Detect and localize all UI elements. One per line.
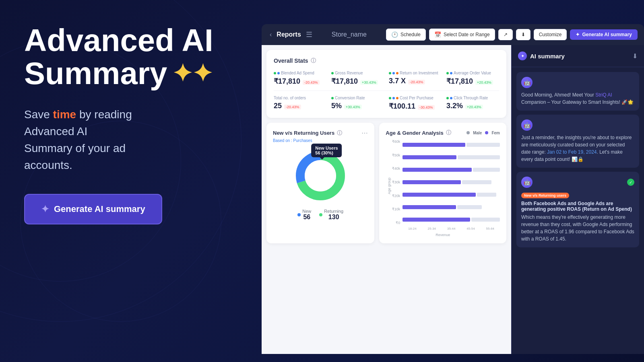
stat-orders: Total no. of orders 25 -20.43%	[274, 96, 326, 111]
stat-label-8: Click Through Rate	[446, 96, 499, 100]
stat-value-4: ₹17,810	[446, 77, 473, 86]
download-icon: ⬇	[521, 32, 525, 37]
ai-btn-icon: ✦	[576, 32, 580, 37]
stat-blended-ad-spend: Blended Ad Spend ₹17,810 -20.43%	[274, 71, 326, 86]
bar-row-2	[402, 152, 500, 163]
back-button[interactable]: ‹	[268, 29, 273, 40]
bar-row-6	[402, 202, 500, 212]
stat-roi: Return on Investment 3.7 X -20.43%	[389, 71, 442, 86]
ai-message-2: 🤖 Just a reminder, the insights you're a…	[516, 115, 639, 168]
dashboard-mockup: ‹ Reports ☰ Store_name 🕐 Schedule 📅 Sele…	[262, 24, 644, 354]
stat-value-1: ₹17,810	[274, 77, 300, 86]
ai-message-1-header: 🤖	[521, 77, 634, 88]
stats-title-text: Overall Stats	[274, 58, 308, 64]
ai-message-bold: Both Facebook Ads and Google Ads are gen…	[521, 201, 634, 212]
stats-info-icon: ⓘ	[311, 57, 316, 64]
customize-label: Customize	[539, 32, 562, 37]
stat-value-5: 25	[274, 102, 282, 110]
date-label: Select Date or Range	[444, 32, 490, 37]
stat-gross-revenue: Gross Revenue ₹17,810 +30.43%	[331, 71, 384, 86]
reports-header: ‹ Reports ☰ Store_name 🕐 Schedule 📅 Sele…	[262, 24, 644, 45]
time-highlight: time	[53, 108, 76, 121]
sparkle-decoration: ✦✦	[172, 61, 213, 86]
bar-gray-7	[471, 218, 500, 222]
generate-ai-summary-button[interactable]: ✦ Generate AI summary	[24, 194, 162, 224]
stats-grid-top: Blended Ad Spend ₹17,810 -20.43% Gross R…	[274, 71, 499, 86]
bar-purple-2	[402, 155, 456, 159]
ai-panel-title: AI summary	[530, 53, 632, 60]
date-range-button[interactable]: 📅 Select Date or Range	[429, 29, 495, 41]
stat-value-2: ₹17,810	[331, 77, 358, 86]
stat-label-2: Gross Revenue	[331, 71, 384, 75]
export-icon: ↗	[504, 32, 508, 37]
bar-chart-area: Age group ₹60k ₹50k ₹40k ₹30k ₹20k ₹10k …	[386, 140, 500, 232]
donut-info-icon: ⓘ	[337, 130, 342, 137]
stat-change-2: +30.43%	[360, 80, 378, 85]
ai-messages-list: 🤖 Good Morning, Ahmed! Meet Your StriQ A…	[512, 67, 644, 352]
stat-value-3: 3.7 X	[389, 77, 406, 85]
download-button[interactable]: ⬇	[516, 29, 530, 40]
ai-message-3-header: 🤖 ✓	[521, 177, 634, 188]
bar-row-1	[402, 140, 500, 150]
hero-title-line2: Summary ✦✦	[24, 57, 225, 90]
legend-new: New 56	[297, 209, 311, 221]
bar-chart-card: Age & Gender Analysis ⓘ Male Fem Age gro…	[379, 123, 506, 243]
donut-chart-title: New v/s Returning Users ⓘ ⋯	[273, 129, 368, 137]
ai-message-1-text: Good Morning, Ahmed! Meet Your StriQ AI …	[521, 91, 634, 106]
bar-rows	[402, 140, 500, 225]
donut-chart-visual: New Users 56 (30%)	[292, 148, 349, 204]
stat-change-6: +30.43%	[344, 105, 362, 109]
stat-label-1: Blended Ad Spend	[274, 71, 326, 75]
export-button[interactable]: ↗	[498, 29, 513, 40]
check-badge: ✓	[627, 179, 634, 186]
stat-change-5: -20.43%	[284, 105, 301, 109]
stat-value-7: ₹100.11	[389, 102, 415, 111]
btn-label: Generate AI summary	[54, 204, 145, 214]
ai-message-1: 🤖 Good Morning, Ahmed! Meet Your StriQ A…	[516, 72, 639, 111]
donut-more-button[interactable]: ⋯	[361, 129, 368, 137]
ai-message-3-text: Which means they're effectively generati…	[521, 214, 634, 243]
bar-purple-7	[402, 218, 470, 222]
y-axis-label: Age group	[386, 140, 391, 232]
donut-legend: New 56 Returning 130	[273, 209, 368, 221]
bar-gray-3	[473, 168, 500, 172]
ai-avatar-3: 🤖	[521, 177, 533, 188]
bar-purple-4	[402, 180, 461, 184]
menu-icon[interactable]: ☰	[306, 30, 312, 39]
stat-change-8: +20.43%	[465, 105, 483, 109]
bar-purple-1	[402, 143, 465, 147]
customize-button[interactable]: Customize	[534, 29, 567, 40]
ai-panel-download-icon[interactable]: ⬇	[632, 52, 638, 60]
x-axis-label: Revenue	[386, 233, 500, 237]
bar-gray-5	[477, 193, 496, 197]
ai-message-3: 🤖 ✓ New v/s Returning users Both Faceboo…	[516, 172, 639, 247]
stat-value-8: 3.2%	[446, 102, 463, 110]
bar-purple-6	[402, 205, 456, 209]
legend-returning: Returning 130	[319, 209, 343, 221]
stat-label-7: Cost Per Purchase	[389, 96, 442, 100]
btn-sparkle-icon: ✦	[41, 204, 49, 215]
ai-panel-icon: ✦	[518, 51, 527, 60]
reports-label: Reports	[277, 31, 301, 38]
ai-message-2-text: Just a reminder, the insights you're abo…	[521, 134, 634, 163]
stat-label-5: Total no. of orders	[274, 96, 326, 100]
hero-section: Advanced AI Summary ✦✦ Save time by read…	[24, 24, 225, 224]
dashboard-content: Overall Stats ⓘ Blended Ad Spend ₹17,810…	[262, 45, 511, 354]
bar-gray-2	[458, 155, 500, 159]
store-name: Store_name	[316, 31, 383, 38]
bar-purple-5	[402, 193, 475, 197]
calendar-icon: 📅	[434, 31, 441, 38]
generate-ai-label: Generate AI summary	[582, 32, 632, 37]
stat-value-6: 5%	[331, 102, 342, 110]
overall-stats-card: Overall Stats ⓘ Blended Ad Spend ₹17,810…	[266, 50, 506, 118]
schedule-icon: 🕐	[391, 31, 398, 38]
ai-panel-header: ✦ AI summary ⬇	[512, 45, 644, 67]
bar-row-5	[402, 189, 500, 200]
donut-subtitle: Based on : Purchases	[273, 138, 368, 143]
generate-ai-header-button[interactable]: ✦ Generate AI summary	[570, 29, 638, 40]
stat-ctr: Click Through Rate 3.2% +20.43%	[446, 96, 499, 111]
schedule-button[interactable]: 🕐 Schedule	[386, 29, 426, 41]
stat-label-4: Average Order Value	[446, 71, 499, 75]
subtitle-prefix: Save	[24, 108, 53, 121]
legend-new-dot	[297, 213, 301, 216]
